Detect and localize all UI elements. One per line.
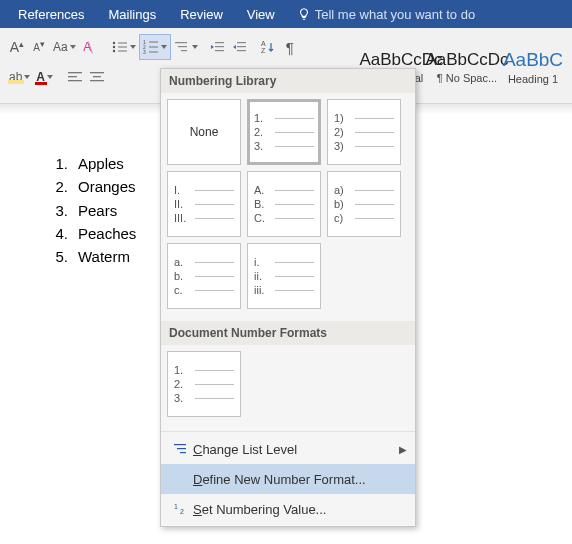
change-case-button[interactable]: Aa bbox=[50, 34, 79, 60]
numbering-option-document-arabic[interactable]: 1. 2. 3. bbox=[167, 351, 241, 417]
style-h1-label: Heading 1 bbox=[508, 73, 558, 85]
style-h1-sample: AaBbC bbox=[503, 49, 563, 71]
svg-rect-30 bbox=[177, 448, 186, 449]
font-grow-button[interactable]: A▴ bbox=[6, 34, 28, 60]
align-left-icon bbox=[68, 71, 82, 83]
list-item[interactable]: 2.Oranges bbox=[46, 175, 136, 198]
numbering-dropdown: Numbering Library None 1. 2. 3. 1) 2) 3)… bbox=[160, 68, 416, 527]
menu-setval-label: Set Numbering Value... bbox=[193, 502, 407, 517]
numbering-option-roman-lower[interactable]: i. ii. iii. bbox=[247, 243, 321, 309]
show-marks-button[interactable]: ¶ bbox=[279, 34, 301, 60]
svg-rect-11 bbox=[149, 51, 158, 52]
svg-point-4 bbox=[112, 50, 114, 52]
highlight-button[interactable]: ab bbox=[6, 64, 33, 90]
svg-rect-1 bbox=[118, 42, 127, 43]
tab-references[interactable]: References bbox=[6, 0, 96, 28]
tab-mailings[interactable]: Mailings bbox=[96, 0, 168, 28]
menu-define-new-number-format[interactable]: Define New Number Format... bbox=[161, 464, 415, 494]
multilevel-icon bbox=[174, 40, 190, 54]
svg-rect-24 bbox=[68, 76, 77, 77]
svg-rect-12 bbox=[175, 42, 187, 43]
svg-rect-25 bbox=[68, 80, 82, 81]
svg-rect-29 bbox=[174, 444, 186, 445]
ribbon-tabs: References Mailings Review View Tell me … bbox=[0, 0, 572, 28]
list-item[interactable]: 5.Waterm bbox=[46, 245, 136, 268]
style-nospac-sample: AaBbCcDc bbox=[425, 50, 508, 70]
font-shrink-button[interactable]: A▾ bbox=[28, 34, 50, 60]
set-value-icon: 12 bbox=[173, 502, 189, 516]
svg-text:A: A bbox=[261, 40, 266, 47]
svg-rect-13 bbox=[178, 46, 187, 47]
svg-text:1: 1 bbox=[174, 503, 178, 510]
numbering-button[interactable]: 123 bbox=[139, 34, 171, 60]
svg-rect-16 bbox=[215, 46, 224, 47]
content-list: 1.Apples 2.Oranges 3.Pears 4.Peaches 5.W… bbox=[46, 152, 136, 268]
bullets-icon bbox=[112, 40, 128, 54]
svg-rect-18 bbox=[237, 42, 246, 43]
outdent-icon bbox=[210, 40, 226, 54]
increase-indent-button[interactable] bbox=[229, 34, 251, 60]
svg-rect-27 bbox=[93, 76, 101, 77]
align-left-button[interactable] bbox=[64, 64, 86, 90]
align-center-icon bbox=[90, 71, 104, 83]
numbering-icon: 123 bbox=[143, 40, 159, 54]
style-nospac-label: ¶ No Spac... bbox=[437, 72, 497, 84]
svg-rect-5 bbox=[118, 50, 127, 51]
font-color-button[interactable]: A bbox=[33, 64, 56, 90]
svg-rect-14 bbox=[181, 50, 187, 51]
align-center-button[interactable] bbox=[86, 64, 108, 90]
tab-review[interactable]: Review bbox=[168, 0, 235, 28]
clear-formatting-button[interactable]: A⧹ bbox=[79, 34, 101, 60]
svg-rect-28 bbox=[90, 80, 104, 81]
numbering-option-alpha-lower-paren[interactable]: a) b) c) bbox=[327, 171, 401, 237]
document-formats-header: Document Number Formats bbox=[161, 321, 415, 345]
list-item[interactable]: 4.Peaches bbox=[46, 222, 136, 245]
numbering-option-arabic-paren[interactable]: 1) 2) 3) bbox=[327, 99, 401, 165]
svg-point-2 bbox=[112, 46, 114, 48]
lightbulb-icon bbox=[297, 7, 311, 21]
menu-change-list-level[interactable]: Change List Level ▶ bbox=[161, 434, 415, 464]
svg-rect-26 bbox=[90, 72, 104, 73]
sort-button[interactable]: AZ bbox=[257, 34, 279, 60]
numbering-option-alpha-lower-dot[interactable]: a. b. c. bbox=[167, 243, 241, 309]
tell-me-text: Tell me what you want to do bbox=[315, 7, 475, 22]
tab-view[interactable]: View bbox=[235, 0, 287, 28]
svg-rect-20 bbox=[237, 50, 246, 51]
svg-rect-3 bbox=[118, 46, 127, 47]
svg-rect-7 bbox=[149, 41, 158, 42]
svg-rect-9 bbox=[149, 46, 158, 47]
menu-set-numbering-value[interactable]: 12 Set Numbering Value... bbox=[161, 494, 415, 524]
numbering-library-header: Numbering Library bbox=[161, 69, 415, 93]
menu-define-label: Define New Number Format... bbox=[193, 472, 407, 487]
numbering-option-alpha-upper[interactable]: A. B. C. bbox=[247, 171, 321, 237]
change-level-icon bbox=[173, 442, 189, 456]
submenu-arrow-icon: ▶ bbox=[399, 444, 407, 455]
svg-rect-15 bbox=[215, 42, 224, 43]
list-item[interactable]: 3.Pears bbox=[46, 199, 136, 222]
bullets-button[interactable] bbox=[109, 34, 139, 60]
tell-me-field[interactable]: Tell me what you want to do bbox=[293, 7, 475, 22]
numbering-option-arabic-dot[interactable]: 1. 2. 3. bbox=[247, 99, 321, 165]
sort-icon: AZ bbox=[261, 40, 275, 54]
svg-text:2: 2 bbox=[180, 508, 184, 515]
style-heading1[interactable]: AaBbC Heading 1 bbox=[500, 38, 566, 96]
svg-rect-17 bbox=[215, 50, 224, 51]
multilevel-list-button[interactable] bbox=[171, 34, 201, 60]
indent-icon bbox=[232, 40, 248, 54]
decrease-indent-button[interactable] bbox=[207, 34, 229, 60]
style-no-spacing[interactable]: AaBbCcDc ¶ No Spac... bbox=[434, 38, 500, 96]
svg-rect-31 bbox=[180, 452, 186, 453]
menu-change-list-level-label: Change List Level bbox=[193, 442, 399, 457]
numbering-option-none[interactable]: None bbox=[167, 99, 241, 165]
numbering-option-roman-upper[interactable]: I. II. III. bbox=[167, 171, 241, 237]
list-item[interactable]: 1.Apples bbox=[46, 152, 136, 175]
svg-rect-19 bbox=[237, 46, 246, 47]
svg-point-0 bbox=[112, 42, 114, 44]
svg-text:Z: Z bbox=[261, 47, 266, 54]
svg-rect-23 bbox=[68, 72, 82, 73]
svg-text:3: 3 bbox=[143, 49, 146, 54]
